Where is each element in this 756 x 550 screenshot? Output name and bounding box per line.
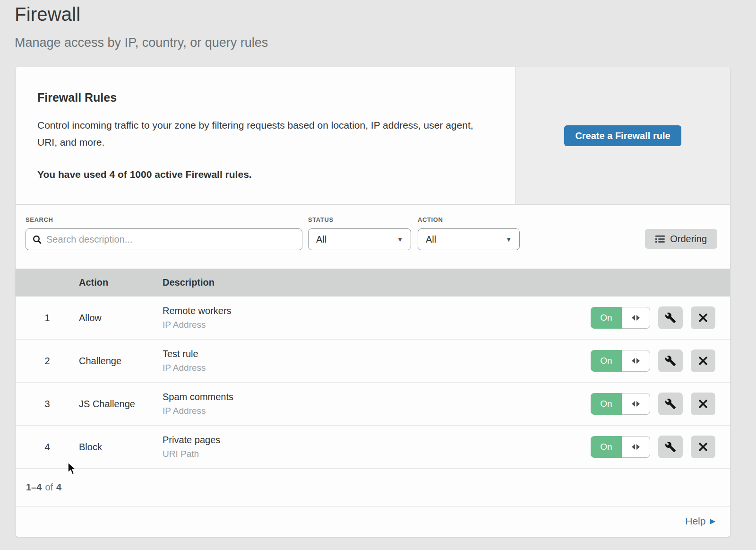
search-input[interactable] (46, 234, 295, 245)
delete-rule-button[interactable] (691, 306, 715, 329)
arrow-left-icon (632, 401, 635, 407)
ordering-button[interactable]: Ordering (645, 229, 717, 249)
action-filter: ACTION All ▼ (418, 216, 520, 250)
chevron-down-icon: ▼ (397, 236, 403, 243)
rule-priority: 3 (16, 399, 79, 410)
rule-enabled-toggle[interactable]: On (591, 393, 650, 415)
close-icon (698, 356, 708, 366)
firewall-rule-row: 3 JS Challenge Spam comments IP Address … (16, 383, 730, 426)
wrench-icon (665, 355, 676, 367)
search-box[interactable] (26, 228, 302, 250)
search-icon (33, 235, 42, 244)
toggle-drag-handle[interactable] (622, 307, 650, 329)
rule-priority: 1 (16, 313, 79, 323)
rule-controls: On (574, 436, 730, 458)
rule-description-cell: Private pages URI Path (163, 435, 574, 459)
close-icon (698, 399, 708, 409)
edit-rule-button[interactable] (658, 349, 683, 372)
rule-enabled-toggle[interactable]: On (591, 436, 650, 458)
close-icon (698, 313, 708, 323)
pagination-of-text: of (45, 482, 53, 493)
delete-rule-button[interactable] (691, 436, 715, 458)
delete-rule-button[interactable] (691, 393, 715, 415)
card-footer: Help ▶ (16, 506, 730, 535)
delete-rule-button[interactable] (691, 349, 715, 372)
rule-match-type: URI Path (163, 449, 574, 459)
rule-controls: On (574, 306, 730, 329)
toggle-on-label: On (591, 350, 622, 372)
edit-rule-button[interactable] (658, 436, 683, 458)
wrench-icon (665, 441, 676, 453)
page-header: Firewall Manage access by IP, country, o… (0, 0, 756, 50)
rule-priority: 2 (16, 356, 79, 367)
create-firewall-rule-button[interactable]: Create a Firewall rule (564, 125, 681, 146)
firewall-rule-row: 4 Block Private pages URI Path On (16, 426, 730, 469)
rule-action: Allow (79, 313, 163, 323)
rule-action: Block (79, 442, 163, 453)
arrow-right-icon: ▶ (710, 517, 715, 525)
overview-action-panel: Create a Firewall rule (515, 67, 730, 204)
pagination-bar: 1–4 of 4 (16, 469, 730, 506)
arrow-right-icon (636, 401, 640, 407)
rule-action: Challenge (79, 356, 163, 367)
arrow-left-icon (632, 358, 635, 364)
rule-enabled-toggle[interactable]: On (591, 307, 650, 329)
rule-description[interactable]: Private pages (163, 435, 574, 445)
arrow-right-icon (636, 358, 640, 364)
status-select[interactable]: All ▼ (308, 228, 411, 250)
firewall-rule-row: 2 Challenge Test rule IP Address On (16, 340, 730, 383)
firewall-rule-row: 1 Allow Remote workers IP Address On (16, 297, 730, 340)
rule-controls: On (574, 393, 730, 415)
rule-description-cell: Test rule IP Address (163, 349, 574, 373)
rule-enabled-toggle[interactable]: On (591, 350, 650, 372)
action-column-header: Action (79, 277, 163, 288)
action-selected-value: All (426, 234, 436, 245)
arrow-right-icon (636, 444, 640, 450)
filters-bar: SEARCH STATUS All ▼ ACTION (16, 205, 730, 269)
pagination-range: 1–4 (26, 482, 42, 493)
description-column-header: Description (163, 277, 574, 288)
page-subtitle: Manage access by IP, country, or query r… (15, 35, 756, 50)
pagination-total: 4 (56, 482, 61, 493)
toggle-on-label: On (591, 393, 622, 415)
rule-controls: On (574, 349, 730, 372)
help-link[interactable]: Help ▶ (685, 515, 715, 527)
overview-heading: Firewall Rules (37, 91, 487, 105)
rule-action: JS Challenge (79, 399, 163, 410)
table-header-row: Action Description (16, 269, 730, 297)
close-icon (698, 442, 708, 452)
rules-table-body: 1 Allow Remote workers IP Address On (16, 297, 730, 469)
rule-description-cell: Spam comments IP Address (163, 392, 574, 416)
toggle-drag-handle[interactable] (622, 350, 650, 372)
rule-description[interactable]: Remote workers (163, 306, 574, 316)
search-filter: SEARCH (26, 216, 302, 250)
wrench-icon (665, 398, 676, 410)
overview-section: Firewall Rules Control incoming traffic … (16, 67, 730, 205)
toggle-drag-handle[interactable] (622, 436, 650, 458)
action-label: ACTION (418, 216, 520, 223)
firewall-page: Firewall Manage access by IP, country, o… (0, 0, 756, 550)
rule-match-type: IP Address (163, 363, 574, 373)
status-filter: STATUS All ▼ (308, 216, 411, 250)
rule-description[interactable]: Spam comments (163, 392, 574, 402)
chevron-down-icon: ▼ (506, 236, 512, 243)
edit-rule-button[interactable] (658, 306, 683, 329)
ordering-button-label: Ordering (670, 234, 707, 244)
page-title: Firewall (15, 4, 756, 25)
overview-description: Control incoming traffic to your zone by… (37, 117, 486, 151)
arrow-right-icon (636, 315, 640, 321)
search-label: SEARCH (26, 216, 302, 223)
status-selected-value: All (316, 234, 326, 245)
toggle-drag-handle[interactable] (622, 393, 650, 415)
ordered-list-icon (655, 235, 665, 243)
rule-description-cell: Remote workers IP Address (163, 306, 574, 330)
action-select[interactable]: All ▼ (418, 228, 520, 250)
rule-priority: 4 (16, 442, 79, 453)
rule-description[interactable]: Test rule (163, 349, 574, 359)
wrench-icon (665, 312, 676, 323)
firewall-rules-card: Firewall Rules Control incoming traffic … (16, 67, 730, 537)
rule-match-type: IP Address (163, 320, 574, 330)
toggle-on-label: On (591, 307, 622, 329)
edit-rule-button[interactable] (658, 393, 683, 415)
help-link-label: Help (685, 515, 705, 527)
